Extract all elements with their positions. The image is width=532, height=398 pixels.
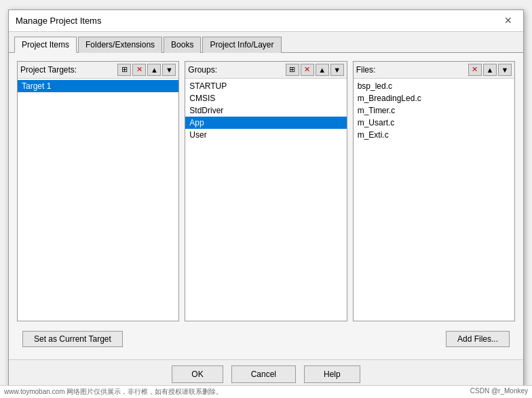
groups-panel: Groups: ⊞ ✕ ▲ ▼ STARTUP CM xyxy=(185,61,347,321)
set-current-target-button[interactable]: Set as Current Target xyxy=(22,331,123,347)
tab-folders-extensions[interactable]: Folders/Extensions xyxy=(78,37,162,53)
targets-down-icon: ▼ xyxy=(166,66,173,74)
list-item[interactable]: CMSIS xyxy=(185,92,346,104)
files-down-button[interactable]: ▼ xyxy=(498,64,512,76)
groups-list: STARTUP CMSIS StdDriver App User xyxy=(185,79,346,321)
panels-row: Project Targets: ⊞ ✕ ▲ ▼ Target 1 xyxy=(17,61,515,321)
list-item[interactable]: m_Exti.c xyxy=(354,129,514,141)
list-item[interactable]: App xyxy=(185,117,346,129)
groups-new-button[interactable]: ⊞ xyxy=(286,64,299,76)
cancel-button[interactable]: Cancel xyxy=(231,365,296,383)
ok-button[interactable]: OK xyxy=(172,365,223,383)
bottom-right: Add Files... xyxy=(446,331,510,347)
targets-new-button[interactable]: ⊞ xyxy=(117,64,131,76)
files-up-icon: ▲ xyxy=(487,66,494,74)
targets-list: Target 1 xyxy=(18,79,178,321)
list-item[interactable]: Target 1 xyxy=(18,80,178,92)
targets-down-button[interactable]: ▼ xyxy=(162,64,176,76)
files-panel: Files: ✕ ▲ ▼ bsp_led.c m_BreadingLed.c m… xyxy=(353,61,515,321)
dialog-footer: OK Cancel Help xyxy=(9,359,523,389)
targets-panel: Project Targets: ⊞ ✕ ▲ ▼ Target 1 xyxy=(17,61,179,321)
list-item[interactable]: m_Timer.c xyxy=(354,104,514,117)
files-down-icon: ▼ xyxy=(501,66,509,74)
tabs-bar: Project Items Folders/Extensions Books P… xyxy=(9,32,523,53)
tab-project-info-layer[interactable]: Project Info/Layer xyxy=(202,37,281,53)
groups-new-icon: ⊞ xyxy=(289,65,295,74)
groups-down-icon: ▼ xyxy=(333,66,341,74)
targets-panel-header: Project Targets: ⊞ ✕ ▲ ▼ xyxy=(18,62,178,79)
groups-panel-header: Groups: ⊞ ✕ ▲ ▼ xyxy=(185,62,346,79)
targets-delete-button[interactable]: ✕ xyxy=(132,64,146,76)
groups-up-icon: ▲ xyxy=(318,66,326,74)
groups-delete-icon: ✕ xyxy=(304,65,310,74)
files-delete-button[interactable]: ✕ xyxy=(468,64,482,76)
files-delete-icon: ✕ xyxy=(472,65,478,74)
list-item[interactable]: m_BreadingLed.c xyxy=(354,92,514,104)
help-button[interactable]: Help xyxy=(304,365,360,383)
tab-project-items[interactable]: Project Items xyxy=(14,37,77,53)
groups-panel-title: Groups: xyxy=(188,65,284,75)
add-files-button[interactable]: Add Files... xyxy=(446,331,510,347)
tab-books[interactable]: Books xyxy=(164,37,201,53)
files-panel-title: Files: xyxy=(356,65,467,75)
targets-new-icon: ⊞ xyxy=(121,65,128,74)
targets-panel-title: Project Targets: xyxy=(20,65,116,75)
targets-up-button[interactable]: ▲ xyxy=(147,64,161,76)
watermark-left: www.toymoban.com 网络图片仅供展示，非行椎，如有授权请联系删除。 xyxy=(4,387,223,397)
watermark-right: CSDN @r_Monkey xyxy=(470,387,528,397)
bottom-left: Set as Current Target xyxy=(22,331,123,347)
list-item[interactable]: User xyxy=(185,129,346,141)
files-up-button[interactable]: ▲ xyxy=(483,64,497,76)
groups-delete-button[interactable]: ✕ xyxy=(301,64,314,76)
groups-up-button[interactable]: ▲ xyxy=(316,64,329,76)
files-list: bsp_led.c m_BreadingLed.c m_Timer.c m_Us… xyxy=(354,79,514,321)
dialog-title: Manage Project Items xyxy=(16,16,101,26)
title-bar: Manage Project Items ✕ xyxy=(9,10,523,32)
manage-project-items-dialog: Manage Project Items ✕ Project Items Fol… xyxy=(8,9,524,389)
targets-delete-icon: ✕ xyxy=(136,65,142,74)
groups-down-button[interactable]: ▼ xyxy=(330,64,344,76)
watermark: www.toymoban.com 网络图片仅供展示，非行椎，如有授权请联系删除。… xyxy=(0,385,532,398)
close-button[interactable]: ✕ xyxy=(500,14,516,26)
list-item[interactable]: m_Usart.c xyxy=(354,117,514,129)
targets-up-icon: ▲ xyxy=(151,66,158,74)
list-item[interactable]: STARTUP xyxy=(185,80,346,92)
bottom-buttons: Set as Current Target Add Files... xyxy=(17,327,515,351)
list-item[interactable]: StdDriver xyxy=(185,104,346,117)
list-item[interactable]: bsp_led.c xyxy=(354,80,514,92)
files-panel-header: Files: ✕ ▲ ▼ xyxy=(354,62,514,79)
content-area: Project Targets: ⊞ ✕ ▲ ▼ Target 1 xyxy=(9,53,523,359)
